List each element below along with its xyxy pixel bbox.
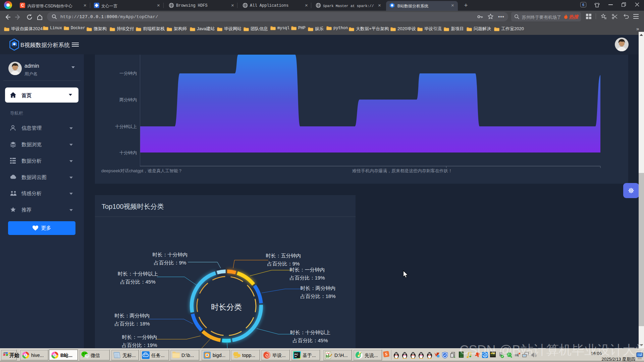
svg-text:PC: PC xyxy=(294,353,298,356)
